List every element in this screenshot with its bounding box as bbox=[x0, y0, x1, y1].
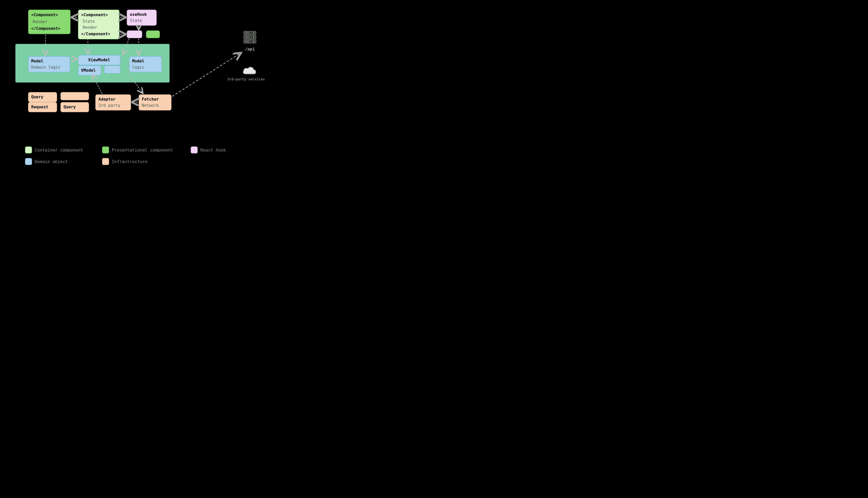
request-box: Request bbox=[28, 102, 57, 112]
svg-point-5 bbox=[253, 41, 254, 42]
query-box: Query bbox=[61, 102, 89, 112]
model-box: Model logic bbox=[129, 56, 162, 72]
component-body: Render bbox=[31, 18, 67, 26]
legend-label: Presentational component bbox=[112, 148, 173, 153]
services-label: 3rd-party services bbox=[227, 77, 265, 81]
hook-title: useHook bbox=[130, 12, 153, 18]
legend-item: Container component bbox=[25, 146, 83, 154]
model-body: logic bbox=[132, 64, 159, 70]
model-body: Domain logic bbox=[31, 64, 67, 70]
blank-infra-box bbox=[61, 92, 89, 100]
swatch-container bbox=[25, 146, 32, 154]
vmodel-box: VModel bbox=[78, 66, 101, 76]
legend-label: Container component bbox=[35, 148, 83, 153]
api-label: /api bbox=[245, 47, 255, 51]
component-open-tag: <Component> bbox=[81, 12, 116, 18]
adaptor-body: 3rd party bbox=[98, 103, 128, 109]
viewmodel-box: ViewModel bbox=[78, 55, 120, 65]
component-close-tag: </Component> bbox=[31, 26, 67, 32]
legend-item: Infrastructure bbox=[102, 158, 147, 165]
svg-point-4 bbox=[253, 37, 254, 38]
hook-body: State bbox=[130, 18, 153, 24]
server-icon bbox=[243, 30, 257, 45]
model-title: Model bbox=[31, 58, 67, 64]
swatch-infra bbox=[102, 158, 109, 165]
svg-line-24 bbox=[172, 53, 240, 96]
request-title: Request bbox=[31, 104, 54, 110]
svg-point-3 bbox=[253, 32, 254, 34]
component-close-tag: </Component> bbox=[81, 31, 116, 37]
legend-item: Domain object bbox=[25, 158, 68, 165]
small-presentational-box bbox=[146, 30, 160, 38]
swatch-presentational bbox=[102, 146, 109, 154]
small-hook-box bbox=[127, 30, 142, 38]
component-open-tag: <Component> bbox=[31, 12, 67, 18]
query-title: Query bbox=[64, 104, 86, 110]
usehook-box: useHook State bbox=[127, 10, 157, 26]
model-box: Model Domain logic bbox=[28, 56, 70, 72]
vmodel-title: VModel bbox=[81, 67, 98, 74]
swatch-domain bbox=[25, 158, 32, 165]
legend-item: React hook bbox=[191, 146, 226, 154]
cloud-icon bbox=[242, 66, 257, 76]
blank-domain-box bbox=[104, 66, 120, 74]
fetcher-body: Network bbox=[142, 103, 168, 109]
query-title: Query bbox=[31, 94, 54, 100]
legend-label: Domain object bbox=[35, 159, 68, 164]
legend-label: Infrastructure bbox=[112, 159, 147, 164]
component-body: Render bbox=[81, 25, 116, 31]
query-box: Query bbox=[28, 92, 57, 102]
swatch-hook bbox=[191, 146, 198, 154]
adaptor-box: Adaptor 3rd party bbox=[95, 94, 131, 110]
legend-item: Presentational component bbox=[102, 146, 173, 154]
fetcher-title: Fetcher bbox=[142, 96, 168, 103]
viewmodel-title: ViewModel bbox=[81, 57, 117, 63]
model-title: Model bbox=[132, 58, 159, 64]
presentational-component-box: <Component> Render </Component> bbox=[28, 10, 70, 34]
component-body: State bbox=[81, 18, 116, 25]
container-component-box: <Component> State Render </Component> bbox=[78, 10, 119, 39]
adaptor-title: Adaptor bbox=[98, 96, 128, 103]
legend-label: React hook bbox=[200, 148, 226, 153]
fetcher-box: Fetcher Network bbox=[139, 94, 171, 110]
